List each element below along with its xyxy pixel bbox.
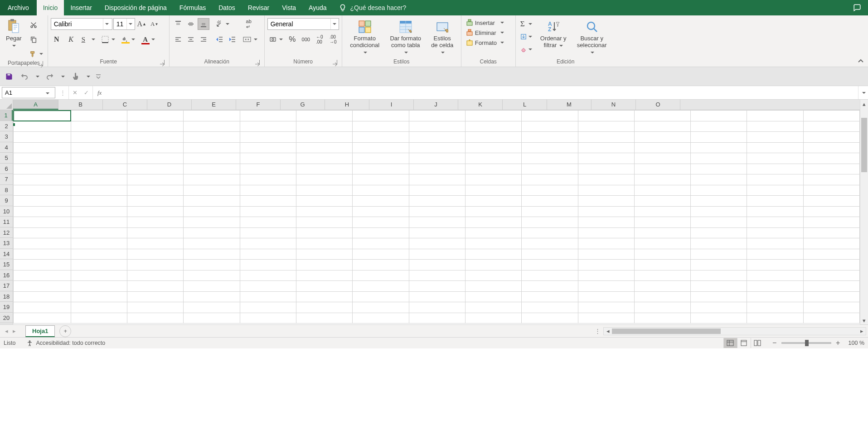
cell[interactable] [71, 281, 127, 292]
cell[interactable] [634, 121, 690, 132]
cell[interactable] [71, 227, 127, 238]
cell[interactable] [634, 206, 690, 217]
increase-font-button[interactable]: A▲ [136, 18, 148, 30]
cell[interactable] [353, 153, 409, 164]
row-header[interactable]: 10 [0, 206, 13, 217]
cell[interactable] [691, 249, 747, 260]
save-button[interactable] [4, 71, 15, 82]
cell[interactable] [296, 153, 353, 164]
cell[interactable] [71, 121, 127, 132]
number-format-input[interactable] [268, 19, 330, 29]
cell[interactable] [522, 281, 578, 292]
cell[interactable] [691, 281, 747, 292]
page-break-view-button[interactable] [751, 338, 764, 348]
format-cells-button[interactable]: Formato [464, 38, 506, 47]
cell[interactable] [240, 281, 296, 292]
cell[interactable] [296, 111, 353, 121]
sheet-nav-next[interactable]: ▸ [10, 326, 18, 336]
cell-styles-button[interactable]: Estilos de celda [427, 18, 458, 57]
align-bottom-button[interactable] [198, 18, 209, 30]
cell[interactable] [634, 260, 690, 271]
cell[interactable] [353, 270, 409, 281]
cell[interactable] [803, 174, 859, 185]
cell[interactable] [465, 227, 521, 238]
cell[interactable] [409, 281, 465, 292]
cell[interactable] [127, 249, 184, 260]
cell[interactable] [409, 260, 465, 271]
cell[interactable] [14, 260, 71, 271]
select-all-button[interactable] [0, 100, 13, 110]
cell[interactable] [184, 217, 240, 228]
cell[interactable] [578, 270, 634, 281]
cell[interactable] [71, 291, 127, 302]
cell[interactable] [14, 132, 71, 143]
cell[interactable] [465, 174, 521, 185]
cell[interactable] [127, 270, 184, 281]
cell[interactable] [296, 217, 353, 228]
column-header[interactable]: E [192, 100, 236, 110]
cell[interactable] [14, 121, 71, 132]
cell[interactable] [353, 111, 409, 121]
undo-button[interactable] [19, 71, 30, 82]
cell[interactable] [691, 121, 747, 132]
format-painter-button[interactable] [28, 48, 45, 60]
cell[interactable] [71, 217, 127, 228]
cell[interactable] [296, 227, 353, 238]
cell[interactable] [691, 206, 747, 217]
cell[interactable] [184, 313, 240, 324]
cell[interactable] [296, 313, 353, 324]
cell[interactable] [634, 249, 690, 260]
column-header[interactable]: N [592, 100, 636, 110]
cell[interactable] [296, 238, 353, 249]
cell[interactable] [747, 164, 803, 174]
tab-review[interactable]: Revisar [242, 0, 276, 15]
cell[interactable] [240, 291, 296, 302]
cell[interactable] [465, 260, 521, 271]
insert-cells-button[interactable]: Insertar [464, 18, 506, 27]
cell[interactable] [184, 142, 240, 153]
cell[interactable] [578, 185, 634, 196]
cell[interactable] [747, 196, 803, 207]
column-header[interactable]: F [236, 100, 281, 110]
cell[interactable] [691, 291, 747, 302]
cell[interactable] [747, 174, 803, 185]
row-header[interactable]: 17 [0, 280, 13, 291]
cell[interactable] [691, 142, 747, 153]
scroll-down-button[interactable]: ▾ [860, 316, 868, 324]
cell[interactable] [747, 185, 803, 196]
cell[interactable] [522, 238, 578, 249]
cell[interactable] [465, 142, 521, 153]
cell[interactable] [353, 185, 409, 196]
cell[interactable] [353, 142, 409, 153]
zoom-level[interactable]: 100 % [849, 340, 864, 346]
cell[interactable] [127, 281, 184, 292]
row-header[interactable]: 7 [0, 174, 13, 185]
cell[interactable] [634, 174, 690, 185]
sheet-nav-prev[interactable]: ◂ [3, 326, 10, 336]
fill-color-button[interactable] [120, 34, 137, 45]
cell[interactable] [353, 217, 409, 228]
cell[interactable] [14, 227, 71, 238]
cell[interactable] [578, 164, 634, 174]
fill-button[interactable] [519, 31, 534, 43]
vertical-scrollbar[interactable]: ▴ ▾ [860, 100, 868, 324]
column-header[interactable]: M [547, 100, 592, 110]
cell[interactable] [240, 217, 296, 228]
cell[interactable] [127, 185, 184, 196]
cell[interactable] [184, 153, 240, 164]
cell[interactable] [409, 238, 465, 249]
cell[interactable] [296, 302, 353, 313]
column-header[interactable]: D [147, 100, 192, 110]
cell[interactable] [465, 121, 521, 132]
cell[interactable] [465, 196, 521, 207]
cell[interactable] [353, 206, 409, 217]
cell[interactable] [747, 206, 803, 217]
cell[interactable] [634, 217, 690, 228]
cell[interactable] [747, 281, 803, 292]
cell[interactable] [71, 142, 127, 153]
zoom-slider-thumb[interactable] [805, 340, 809, 346]
merge-center-button[interactable] [241, 34, 259, 45]
page-layout-view-button[interactable] [737, 338, 751, 348]
cell[interactable] [465, 270, 521, 281]
name-box-dropdown[interactable] [43, 89, 51, 96]
